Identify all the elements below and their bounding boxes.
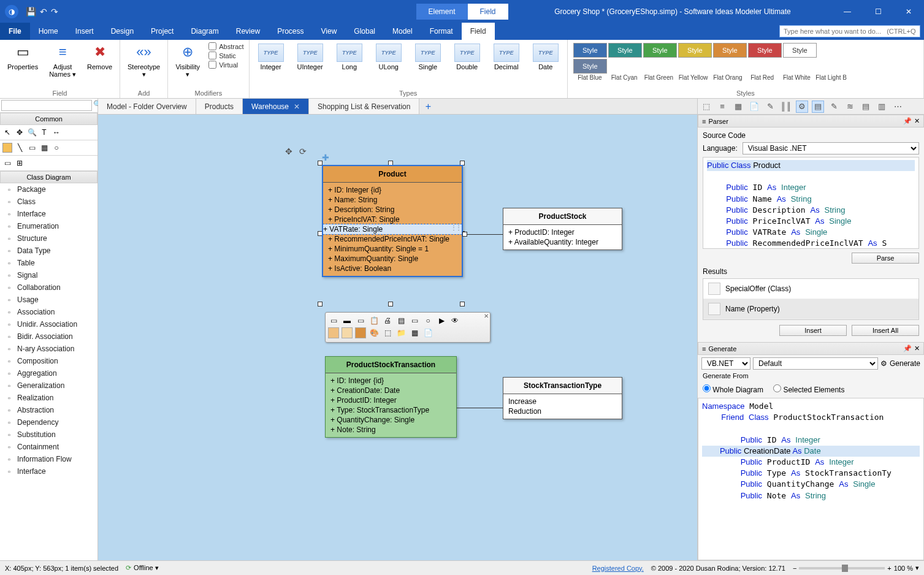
rp-icon-generate[interactable]: ▤ <box>812 101 824 113</box>
class-attr[interactable]: + Type: StockTransactionType <box>330 405 451 415</box>
text-tool-icon[interactable]: T <box>39 128 49 137</box>
gen-template-select[interactable]: Default <box>753 357 878 370</box>
tool-composition[interactable]: ▫Composition <box>0 355 97 367</box>
zoom-tool-icon[interactable]: 🔍 <box>27 128 37 137</box>
style-button[interactable]: Style <box>573 43 607 58</box>
tb-icon[interactable]: 📄 <box>422 327 433 338</box>
tool-generalization[interactable]: ▫Generalization <box>0 379 97 392</box>
tb-icon[interactable]: ▭ <box>328 315 339 326</box>
insert-all-button[interactable]: Insert All <box>852 325 919 336</box>
class-attr-selected[interactable]: + VATRate: Single <box>323 224 462 234</box>
tab-close-icon[interactable]: ✕ <box>294 102 300 111</box>
class-attr[interactable]: + RecommendedPriceInclVAT: Single <box>328 234 457 244</box>
type-uinteger[interactable]: TYPEUInteger <box>294 42 327 72</box>
group-tool-icon[interactable]: ⊞ <box>15 158 25 168</box>
type-double[interactable]: TYPEDouble <box>451 42 484 72</box>
generate-header[interactable]: ≡ Generate 📌 ✕ <box>698 342 924 355</box>
tool-abstraction[interactable]: ▫Abstraction <box>0 404 97 416</box>
circle-tool-icon[interactable]: ○ <box>52 143 61 153</box>
registered-link[interactable]: Registered Copy. <box>592 565 644 572</box>
tool-association[interactable]: ▫Association <box>0 306 97 318</box>
add-anchor-icon[interactable]: ✚ <box>322 153 329 162</box>
class-attr[interactable]: + MinimumQuantity: Single = 1 <box>328 244 457 254</box>
class-attr[interactable]: Increase <box>508 397 617 406</box>
connector-tool-icon[interactable]: ↔ <box>52 128 61 137</box>
parse-button[interactable]: Parse <box>852 253 919 264</box>
class-attr[interactable]: + Description: String <box>328 205 457 215</box>
association-line[interactable] <box>457 408 503 408</box>
insert-button[interactable]: Insert <box>779 325 847 336</box>
menu-format[interactable]: Format <box>421 23 462 40</box>
doc-tab[interactable]: Shopping List & Reservation <box>309 99 419 114</box>
tb-icon[interactable]: 📁 <box>395 327 407 338</box>
tb-icon[interactable]: 👁 <box>449 315 460 326</box>
tool-unidir-association[interactable]: ▫Unidir. Association <box>0 318 97 330</box>
zoom-slider[interactable] <box>799 567 885 569</box>
tool-aggregation[interactable]: ▫Aggregation <box>0 367 97 379</box>
tool-signal[interactable]: ▫Signal <box>0 269 97 281</box>
gen-lang-select[interactable]: VB.NET <box>701 357 750 370</box>
tool-structure[interactable]: ▫Structure <box>0 232 97 245</box>
class-attr[interactable]: + ID: Integer {id} <box>330 376 451 386</box>
class-attr[interactable]: + Name: String <box>328 195 457 205</box>
menu-design[interactable]: Design <box>102 23 142 40</box>
tool-containment[interactable]: ▫Containment <box>0 441 97 453</box>
tool-realization[interactable]: ▫Realization <box>0 392 97 404</box>
pin-icon[interactable]: 📌 <box>903 345 912 352</box>
class-attr[interactable]: + CreationDate: Date <box>330 386 451 395</box>
selection-handle[interactable] <box>318 302 323 307</box>
rp-icon[interactable]: ▦ <box>732 101 744 113</box>
tool-interface[interactable]: ▫Interface <box>0 465 97 478</box>
tool-data-type[interactable]: ▫Data Type <box>0 245 97 257</box>
tool-bidir-association[interactable]: ▫Bidir. Association <box>0 330 97 343</box>
tool-collaboration[interactable]: ▫Collaboration <box>0 281 97 294</box>
style-button[interactable]: Style <box>573 59 607 74</box>
doc-tab[interactable]: Warehouse✕ <box>243 99 309 114</box>
type-ulong[interactable]: TYPEULong <box>372 42 405 72</box>
menu-file[interactable]: File <box>0 23 30 40</box>
rp-icon[interactable]: ✎ <box>764 101 776 113</box>
menu-field[interactable]: Field <box>462 23 495 40</box>
generate-code-box[interactable]: Namespace Model Friend Class ProductStoc… <box>698 398 924 560</box>
folder-tool-icon[interactable]: ▭ <box>2 158 12 168</box>
color-swatch[interactable] <box>328 327 339 338</box>
type-integer[interactable]: TYPEInteger <box>254 42 288 72</box>
context-tab-field[interactable]: Field <box>468 4 508 20</box>
type-single[interactable]: TYPESingle <box>411 42 445 72</box>
box-tool-icon[interactable]: ▭ <box>27 143 37 153</box>
class-productstock[interactable]: ProductStock + ProductID: Integer + Avai… <box>503 208 622 250</box>
zoom-value[interactable]: 100 % <box>894 565 913 572</box>
toolbox-header-common[interactable]: Common <box>0 113 97 125</box>
rp-icon[interactable]: ≡ <box>716 101 728 113</box>
static-checkbox[interactable]: Static <box>208 51 243 59</box>
move-tool-icon[interactable]: ✥ <box>15 128 25 137</box>
class-attr[interactable]: Reduction <box>508 406 617 416</box>
style-button[interactable]: Style <box>608 43 642 58</box>
class-attr[interactable]: + ID: Integer {id} <box>328 185 457 195</box>
status-offline[interactable]: ⟳ Offline ▾ <box>126 564 159 572</box>
minimize-button[interactable]: — <box>832 0 863 23</box>
tb-icon[interactable]: 🎨 <box>368 327 380 338</box>
redo-icon[interactable]: ↷ <box>51 7 58 17</box>
adjust-names-button[interactable]: ≡ Adjust Names ▾ <box>47 42 78 79</box>
rp-icon[interactable]: 📄 <box>748 101 760 113</box>
class-attr[interactable]: + MaximumQuantity: Single <box>328 254 457 264</box>
class-productstocktransaction[interactable]: ProductStockTransaction + ID: Integer {i… <box>325 356 457 438</box>
color-swatch[interactable] <box>342 327 353 338</box>
tool-enumeration[interactable]: ▫Enumeration <box>0 220 97 232</box>
floating-toolbar[interactable]: ✕ ▭ ▬ ▭ 📋 🖨 ▤ ▭ ○ ▶ 👁 🎨 <box>325 312 491 343</box>
close-icon[interactable]: ✕ <box>914 345 920 352</box>
gear-icon[interactable]: ⚙ <box>880 359 887 368</box>
type-decimal[interactable]: TYPEDecimal <box>490 42 523 72</box>
tb-icon[interactable]: ○ <box>422 315 433 326</box>
tool-substitution[interactable]: ▫Substitution <box>0 428 97 441</box>
class-attr[interactable]: + ProductID: Integer <box>508 227 617 237</box>
undo-icon[interactable]: ↶ <box>40 7 47 17</box>
rp-icon[interactable]: ▤ <box>860 101 872 113</box>
tb-icon[interactable]: 🖨 <box>382 315 393 326</box>
rp-icon[interactable]: ⋯ <box>892 101 904 113</box>
rect-tool-icon[interactable] <box>2 143 12 153</box>
tool-usage[interactable]: ▫Usage <box>0 294 97 306</box>
toolbox-header-classdiagram[interactable]: Class Diagram <box>0 171 97 183</box>
tool-table[interactable]: ▫Table <box>0 257 97 269</box>
